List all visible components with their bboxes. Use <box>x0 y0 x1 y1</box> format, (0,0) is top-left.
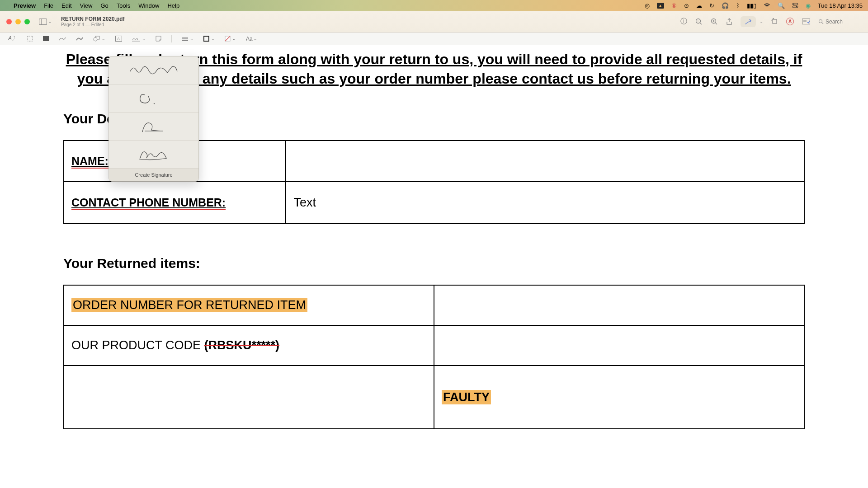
redact-tool[interactable] <box>43 36 49 41</box>
text-tool[interactable]: A <box>115 36 122 42</box>
order-number-value-cell[interactable] <box>434 285 804 325</box>
table-row: FAULTY <box>64 366 804 429</box>
control-center-icon[interactable] <box>792 3 798 8</box>
border-color-tool[interactable]: ⌄ <box>203 36 215 42</box>
search-field[interactable] <box>818 19 862 25</box>
font-tool[interactable]: Aa ⌄ <box>246 36 257 42</box>
svg-line-7 <box>700 23 702 24</box>
sign-tool[interactable]: ⌄ <box>132 36 146 42</box>
menu-help[interactable]: Help <box>167 2 179 9</box>
cloud-icon[interactable]: ☁ <box>696 2 702 9</box>
battery-icon[interactable]: ▮▮▯ <box>747 2 756 9</box>
svg-rect-13 <box>773 19 777 23</box>
create-signature-button[interactable]: Create Signature <box>109 169 198 181</box>
status-icon-2[interactable]: ▲ <box>657 3 664 9</box>
svg-line-18 <box>822 23 823 24</box>
sketch-tool[interactable] <box>59 37 66 41</box>
signature-option-2[interactable] <box>109 84 198 113</box>
menu-window[interactable]: Window <box>138 2 159 9</box>
timemachine-icon[interactable]: ↻ <box>709 2 714 9</box>
bluetooth-icon[interactable]: ᛒ <box>736 2 740 9</box>
app-menu[interactable]: Preview <box>14 2 36 9</box>
markup-toolbar: A〕 ⌄ A ⌄ ⌄ ⌄ ⌄ Aa ⌄ <box>0 33 868 45</box>
share-icon[interactable] <box>726 18 732 25</box>
menu-edit[interactable]: Edit <box>61 2 71 9</box>
svg-line-10 <box>716 23 717 24</box>
svg-point-2 <box>793 4 794 5</box>
svg-point-22 <box>94 38 97 41</box>
traffic-lights <box>6 19 30 24</box>
draw-tool[interactable] <box>76 37 83 41</box>
phone-label-cell: CONTACT PHONE NUMBER: <box>64 182 286 224</box>
close-button[interactable] <box>6 19 12 24</box>
menu-file[interactable]: File <box>44 2 53 9</box>
menu-tools[interactable]: Tools <box>117 2 130 9</box>
menubar-clock[interactable]: Tue 18 Apr 13:35 <box>818 2 863 9</box>
shapes-tool[interactable]: ⌄ <box>93 36 105 42</box>
phone-value-cell[interactable]: Text <box>286 182 804 224</box>
status-icon-1[interactable]: ◎ <box>645 2 650 9</box>
status-icon-3[interactable]: ⑥ <box>671 2 677 9</box>
fill-color-tool[interactable]: ⌄ <box>225 36 236 42</box>
headphones-icon[interactable]: 🎧 <box>722 2 729 9</box>
svg-text:A: A <box>117 37 120 41</box>
text-selection-tool[interactable]: A〕 <box>8 35 17 42</box>
signature-option-3[interactable] <box>109 113 198 141</box>
wifi-icon[interactable] <box>764 3 770 8</box>
svg-rect-19 <box>28 36 33 41</box>
svg-point-17 <box>819 19 822 23</box>
search-icon <box>818 19 824 24</box>
returned-items-heading: Your Returned items: <box>63 256 805 271</box>
menu-go[interactable]: Go <box>100 2 108 9</box>
product-code-label-cell: OUR PRODUCT CODE (RBSKU*****) <box>64 325 434 366</box>
returned-items-table: ORDER NUMBER FOR RETURNED ITEM OUR PRODU… <box>63 285 805 429</box>
chevron-down-icon[interactable]: ⌄ <box>760 19 763 24</box>
table-row: ORDER NUMBER FOR RETURNED ITEM <box>64 285 804 325</box>
zoom-in-icon[interactable] <box>711 18 718 25</box>
siri-icon[interactable]: ◉ <box>806 2 811 9</box>
svg-rect-4 <box>39 19 47 24</box>
info-icon[interactable]: ⓘ <box>680 17 687 26</box>
macos-menubar: Preview File Edit View Go Tools Window H… <box>0 0 868 11</box>
order-number-label-cell: ORDER NUMBER FOR RETURNED ITEM <box>64 285 434 325</box>
form-icon[interactable] <box>802 19 810 24</box>
sidebar-toggle[interactable]: ⌄ <box>39 19 52 25</box>
reason-value-cell[interactable]: FAULTY <box>434 366 804 429</box>
signature-option-4[interactable] <box>109 141 198 169</box>
toolbar-separator <box>171 35 172 42</box>
document-subtitle: Page 2 of 4 — Edited <box>61 22 125 27</box>
rotate-icon[interactable] <box>771 18 778 25</box>
menu-view[interactable]: View <box>80 2 93 9</box>
titlebar: ⌄ RETURN FORM 2020.pdf Page 2 of 4 — Edi… <box>0 11 868 33</box>
svg-rect-20 <box>43 36 49 41</box>
name-value-cell[interactable] <box>286 141 804 182</box>
signature-option-1[interactable] <box>109 56 198 84</box>
preview-window: ⌄ RETURN FORM 2020.pdf Page 2 of 4 — Edi… <box>0 11 868 488</box>
note-tool[interactable] <box>156 36 161 42</box>
zoom-out-icon[interactable] <box>695 18 703 25</box>
signature-popover: Create Signature <box>108 56 199 182</box>
line-style-tool[interactable]: ⌄ <box>182 37 193 41</box>
chevron-down-icon: ⌄ <box>48 19 52 24</box>
reason-label-cell <box>64 366 434 429</box>
svg-point-3 <box>796 6 797 7</box>
minimize-button[interactable] <box>15 19 21 24</box>
table-row: CONTACT PHONE NUMBER: Text <box>64 182 804 224</box>
markup-toggle[interactable] <box>741 16 756 27</box>
spotlight-icon[interactable]: 🔍 <box>778 2 785 9</box>
annotate-a-icon[interactable]: A <box>786 18 794 25</box>
table-row: OUR PRODUCT CODE (RBSKU*****) <box>64 325 804 366</box>
search-input[interactable] <box>826 19 862 25</box>
product-code-value-cell[interactable] <box>434 325 804 366</box>
status-icon-4[interactable]: ⊙ <box>684 2 689 9</box>
svg-rect-28 <box>204 36 209 41</box>
document-title: RETURN FORM 2020.pdf <box>61 16 125 22</box>
maximize-button[interactable] <box>24 19 30 24</box>
rect-selection-tool[interactable] <box>27 36 33 42</box>
